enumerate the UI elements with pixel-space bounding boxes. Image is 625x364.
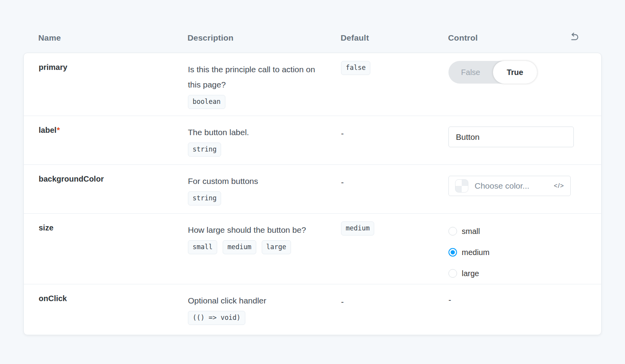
table-row: onClick Optional click handler (() => vo…	[24, 284, 601, 335]
args-table: Name Description Default Control primary…	[23, 32, 602, 335]
arg-control: False True	[448, 53, 593, 116]
table-header: Name Description Default Control	[23, 32, 602, 44]
radio-option-small[interactable]: small	[448, 221, 593, 242]
color-picker-button[interactable]: Choose color... </>	[448, 176, 571, 196]
arg-default: -	[341, 116, 448, 164]
arg-control	[448, 116, 593, 164]
type-badge: small	[188, 240, 217, 254]
arg-default: -	[341, 284, 448, 335]
required-asterisk: *	[57, 126, 60, 134]
default-dash: -	[341, 294, 344, 309]
radio-option-medium[interactable]: medium	[448, 242, 593, 263]
radio-icon[interactable]	[448, 248, 457, 257]
control-dash: -	[448, 295, 451, 304]
type-badge: string	[188, 143, 221, 157]
arg-default: -	[341, 165, 448, 213]
default-dash: -	[341, 175, 344, 190]
column-header-default: Default	[341, 33, 448, 43]
toggle-option-false[interactable]: False	[448, 61, 493, 84]
arg-description: For custom buttons string	[188, 165, 341, 213]
radio-option-large[interactable]: large	[448, 263, 593, 284]
label-text-input[interactable]	[448, 127, 574, 147]
args-table-card: primary Is this the principle call to ac…	[23, 53, 602, 335]
table-row: size How large should the button be? sma…	[24, 213, 601, 284]
table-row: backgroundColor For custom buttons strin…	[24, 164, 601, 213]
default-dash: -	[341, 126, 344, 141]
toggle-option-true[interactable]: True	[493, 61, 538, 84]
transparent-checkerboard-icon	[455, 179, 468, 193]
arg-description: The button label. string	[188, 116, 341, 164]
arg-default: medium	[341, 214, 448, 284]
arg-name: onClick	[39, 284, 188, 335]
boolean-toggle[interactable]: False True	[448, 61, 537, 84]
arg-name: backgroundColor	[39, 165, 188, 213]
undo-icon	[569, 32, 579, 44]
default-badge: false	[341, 61, 370, 75]
reset-controls-button[interactable]	[569, 32, 580, 43]
table-row: primary Is this the principle call to ac…	[24, 53, 601, 116]
type-badge: string	[188, 191, 221, 205]
type-badge: large	[262, 240, 291, 254]
arg-name: label*	[39, 116, 188, 164]
code-icon[interactable]: </>	[554, 182, 564, 189]
table-row: label* The button label. string -	[24, 116, 601, 164]
arg-name: size	[39, 214, 188, 284]
size-radio-group: small medium large	[448, 213, 593, 284]
arg-description: Optional click handler (() => void)	[188, 284, 341, 335]
type-badge: (() => void)	[188, 311, 245, 325]
radio-icon[interactable]	[448, 269, 457, 278]
color-placeholder: Choose color...	[475, 181, 529, 191]
column-header-control: Control	[448, 33, 478, 43]
arg-default: false	[341, 53, 448, 116]
default-badge: medium	[341, 221, 374, 236]
column-header-name: Name	[38, 33, 188, 43]
radio-icon[interactable]	[448, 227, 457, 236]
type-badge: boolean	[188, 95, 225, 109]
arg-description: How large should the button be? small me…	[188, 214, 341, 284]
type-badge: medium	[223, 240, 256, 254]
arg-description: Is this the principle call to action on …	[188, 53, 341, 116]
arg-name: primary	[39, 53, 188, 116]
arg-control: -	[448, 284, 593, 335]
column-header-description: Description	[188, 33, 341, 43]
arg-control: Choose color... </>	[448, 165, 593, 213]
